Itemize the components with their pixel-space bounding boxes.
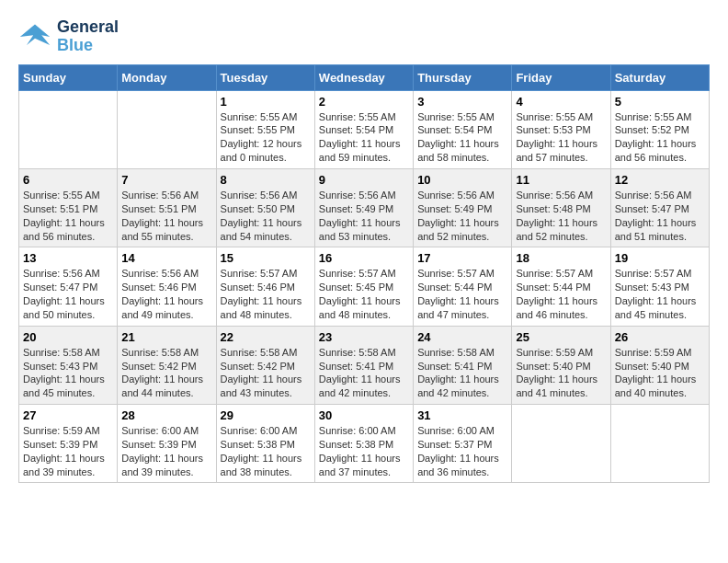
day-cell: 28Sunrise: 6:00 AMSunset: 5:39 PMDayligh… <box>118 405 216 483</box>
day-info: Sunrise: 5:56 AMSunset: 5:49 PMDaylight:… <box>319 189 409 243</box>
day-info: Sunrise: 5:58 AMSunset: 5:41 PMDaylight:… <box>319 346 409 400</box>
day-number: 13 <box>23 251 113 265</box>
day-info: Sunrise: 6:00 AMSunset: 5:39 PMDaylight:… <box>121 424 211 478</box>
day-number: 3 <box>417 95 507 109</box>
day-info: Sunrise: 5:56 AMSunset: 5:47 PMDaylight:… <box>615 189 705 243</box>
day-info: Sunrise: 5:58 AMSunset: 5:42 PMDaylight:… <box>121 346 211 400</box>
day-info: Sunrise: 5:57 AMSunset: 5:46 PMDaylight:… <box>221 267 311 321</box>
day-number: 6 <box>23 173 113 187</box>
day-number: 10 <box>417 173 507 187</box>
day-info: Sunrise: 6:00 AMSunset: 5:38 PMDaylight:… <box>319 424 409 478</box>
day-cell: 9Sunrise: 5:56 AMSunset: 5:49 PMDaylight… <box>314 168 413 247</box>
day-number: 30 <box>319 408 409 422</box>
weekday-header-monday: Monday <box>118 64 216 90</box>
day-cell: 26Sunrise: 5:59 AMSunset: 5:40 PMDayligh… <box>610 326 709 404</box>
day-number: 1 <box>221 95 311 109</box>
calendar-table: SundayMondayTuesdayWednesdayThursdayFrid… <box>18 64 710 484</box>
day-cell: 31Sunrise: 6:00 AMSunset: 5:37 PMDayligh… <box>414 405 512 483</box>
day-number: 12 <box>615 173 705 187</box>
day-cell: 8Sunrise: 5:56 AMSunset: 5:50 PMDaylight… <box>216 168 314 247</box>
weekday-header-saturday: Saturday <box>610 64 709 90</box>
day-cell: 4Sunrise: 5:55 AMSunset: 5:53 PMDaylight… <box>512 90 610 168</box>
day-info: Sunrise: 5:58 AMSunset: 5:42 PMDaylight:… <box>221 346 311 400</box>
day-cell: 18Sunrise: 5:57 AMSunset: 5:44 PMDayligh… <box>512 247 610 326</box>
day-cell: 19Sunrise: 5:57 AMSunset: 5:43 PMDayligh… <box>610 247 709 326</box>
day-info: Sunrise: 5:59 AMSunset: 5:40 PMDaylight:… <box>516 346 606 400</box>
page-header: General Blue <box>18 18 710 55</box>
day-info: Sunrise: 5:55 AMSunset: 5:55 PMDaylight:… <box>221 110 311 165</box>
week-row-1: 1Sunrise: 5:55 AMSunset: 5:55 PMDaylight… <box>19 90 710 168</box>
week-row-3: 13Sunrise: 5:56 AMSunset: 5:47 PMDayligh… <box>19 247 710 326</box>
day-number: 20 <box>23 330 113 344</box>
day-number: 23 <box>319 330 409 344</box>
day-info: Sunrise: 6:00 AMSunset: 5:37 PMDaylight:… <box>417 424 507 478</box>
day-cell: 12Sunrise: 5:56 AMSunset: 5:47 PMDayligh… <box>610 168 709 247</box>
day-number: 22 <box>221 330 311 344</box>
day-cell: 10Sunrise: 5:56 AMSunset: 5:49 PMDayligh… <box>414 168 512 247</box>
day-cell <box>512 405 610 483</box>
day-number: 11 <box>516 173 606 187</box>
svg-marker-0 <box>20 24 50 45</box>
weekday-header-row: SundayMondayTuesdayWednesdayThursdayFrid… <box>19 64 710 90</box>
day-number: 14 <box>121 251 211 265</box>
week-row-2: 6Sunrise: 5:55 AMSunset: 5:51 PMDaylight… <box>19 168 710 247</box>
day-cell: 14Sunrise: 5:56 AMSunset: 5:46 PMDayligh… <box>118 247 216 326</box>
weekday-header-thursday: Thursday <box>414 64 512 90</box>
day-number: 24 <box>417 330 507 344</box>
day-cell: 25Sunrise: 5:59 AMSunset: 5:40 PMDayligh… <box>512 326 610 404</box>
day-cell <box>610 405 709 483</box>
day-number: 8 <box>221 173 311 187</box>
day-cell: 23Sunrise: 5:58 AMSunset: 5:41 PMDayligh… <box>314 326 413 404</box>
day-info: Sunrise: 5:56 AMSunset: 5:48 PMDaylight:… <box>516 189 606 243</box>
day-number: 25 <box>516 330 606 344</box>
day-cell <box>118 90 216 168</box>
day-cell: 1Sunrise: 5:55 AMSunset: 5:55 PMDaylight… <box>216 90 314 168</box>
week-row-5: 27Sunrise: 5:59 AMSunset: 5:39 PMDayligh… <box>19 405 710 483</box>
logo-text: General Blue <box>57 18 119 55</box>
day-cell: 3Sunrise: 5:55 AMSunset: 5:54 PMDaylight… <box>414 90 512 168</box>
day-info: Sunrise: 5:56 AMSunset: 5:50 PMDaylight:… <box>221 189 311 243</box>
logo-icon <box>18 20 51 53</box>
weekday-header-sunday: Sunday <box>19 64 118 90</box>
day-info: Sunrise: 5:56 AMSunset: 5:46 PMDaylight:… <box>121 267 211 321</box>
day-info: Sunrise: 5:57 AMSunset: 5:43 PMDaylight:… <box>615 267 705 321</box>
day-cell: 5Sunrise: 5:55 AMSunset: 5:52 PMDaylight… <box>610 90 709 168</box>
day-number: 21 <box>121 330 211 344</box>
day-cell: 20Sunrise: 5:58 AMSunset: 5:43 PMDayligh… <box>19 326 118 404</box>
day-info: Sunrise: 5:55 AMSunset: 5:52 PMDaylight:… <box>615 110 705 165</box>
day-number: 28 <box>121 408 211 422</box>
day-number: 17 <box>417 251 507 265</box>
day-info: Sunrise: 6:00 AMSunset: 5:38 PMDaylight:… <box>221 424 311 478</box>
week-row-4: 20Sunrise: 5:58 AMSunset: 5:43 PMDayligh… <box>19 326 710 404</box>
day-number: 9 <box>319 173 409 187</box>
weekday-header-wednesday: Wednesday <box>314 64 413 90</box>
day-info: Sunrise: 5:57 AMSunset: 5:44 PMDaylight:… <box>417 267 507 321</box>
day-cell: 24Sunrise: 5:58 AMSunset: 5:41 PMDayligh… <box>414 326 512 404</box>
day-cell: 15Sunrise: 5:57 AMSunset: 5:46 PMDayligh… <box>216 247 314 326</box>
day-info: Sunrise: 5:58 AMSunset: 5:43 PMDaylight:… <box>23 346 113 400</box>
day-cell: 21Sunrise: 5:58 AMSunset: 5:42 PMDayligh… <box>118 326 216 404</box>
day-number: 5 <box>615 95 705 109</box>
day-number: 26 <box>615 330 705 344</box>
day-cell: 22Sunrise: 5:58 AMSunset: 5:42 PMDayligh… <box>216 326 314 404</box>
day-cell: 16Sunrise: 5:57 AMSunset: 5:45 PMDayligh… <box>314 247 413 326</box>
day-number: 4 <box>516 95 606 109</box>
day-info: Sunrise: 5:56 AMSunset: 5:51 PMDaylight:… <box>121 189 211 243</box>
day-info: Sunrise: 5:57 AMSunset: 5:45 PMDaylight:… <box>319 267 409 321</box>
day-number: 29 <box>221 408 311 422</box>
day-number: 2 <box>319 95 409 109</box>
day-number: 7 <box>121 173 211 187</box>
day-cell <box>19 90 118 168</box>
day-cell: 13Sunrise: 5:56 AMSunset: 5:47 PMDayligh… <box>19 247 118 326</box>
day-cell: 7Sunrise: 5:56 AMSunset: 5:51 PMDaylight… <box>118 168 216 247</box>
day-cell: 11Sunrise: 5:56 AMSunset: 5:48 PMDayligh… <box>512 168 610 247</box>
day-info: Sunrise: 5:59 AMSunset: 5:40 PMDaylight:… <box>615 346 705 400</box>
day-cell: 27Sunrise: 5:59 AMSunset: 5:39 PMDayligh… <box>19 405 118 483</box>
day-cell: 17Sunrise: 5:57 AMSunset: 5:44 PMDayligh… <box>414 247 512 326</box>
day-number: 27 <box>23 408 113 422</box>
day-cell: 6Sunrise: 5:55 AMSunset: 5:51 PMDaylight… <box>19 168 118 247</box>
day-number: 15 <box>221 251 311 265</box>
day-info: Sunrise: 5:59 AMSunset: 5:39 PMDaylight:… <box>23 424 113 478</box>
day-info: Sunrise: 5:55 AMSunset: 5:53 PMDaylight:… <box>516 110 606 165</box>
weekday-header-friday: Friday <box>512 64 610 90</box>
